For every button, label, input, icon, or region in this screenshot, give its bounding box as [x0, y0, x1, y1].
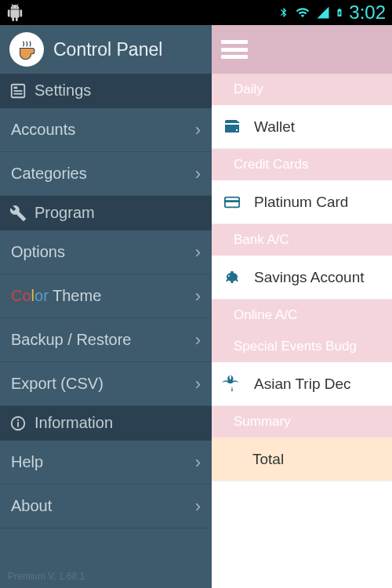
wifi-icon [294, 5, 311, 20]
sidebar-item-label: Accounts [11, 121, 75, 139]
sidebar-item-label: Options [11, 243, 65, 261]
svg-rect-1 [14, 86, 18, 89]
svg-rect-2 [14, 90, 23, 92]
svg-point-6 [17, 419, 19, 420]
sidebar-item-backup-restore[interactable]: Backup / Restore › [0, 318, 212, 362]
android-icon [6, 4, 24, 21]
signal-icon [316, 5, 330, 20]
chevron-right-icon: › [195, 496, 201, 517]
sidebar-item-label: Help [11, 453, 43, 471]
sidebar-section-program: Program [0, 196, 212, 230]
sidebar-section-settings: Settings [0, 74, 212, 108]
sidebar-item-label: Color Theme [11, 287, 101, 305]
content-header [212, 25, 392, 74]
sidebar-item-options[interactable]: Options › [0, 230, 212, 274]
clock-time: 3:02 [349, 2, 386, 24]
sidebar-item-categories[interactable]: Categories › [0, 152, 212, 196]
list-item-label: Platinum Card [254, 194, 348, 211]
sidebar-section-information: Information [0, 406, 212, 441]
summary-total-row[interactable]: Total [212, 437, 392, 481]
hamburger-menu-icon[interactable] [221, 40, 248, 59]
chevron-right-icon: › [195, 374, 201, 394]
sidebar-item-accounts[interactable]: Accounts › [0, 108, 212, 152]
account-item-asian-trip[interactable]: Asian Trip Dec [212, 362, 392, 406]
wallet-icon [220, 114, 245, 140]
bluetooth-icon [278, 5, 289, 20]
list-item-label: Savings Account [254, 269, 364, 286]
chevron-right-icon: › [195, 452, 201, 473]
app-logo [9, 32, 44, 67]
group-header-online-ac: Online A/C [212, 299, 392, 331]
chevron-right-icon: › [195, 120, 201, 140]
palm-tree-icon [220, 372, 245, 397]
list-item-label: Total [252, 451, 284, 468]
list-item-label: Wallet [254, 118, 295, 136]
coffee-cup-icon [13, 36, 40, 63]
sidebar-footer: Premium V. 1.68.1 [0, 564, 212, 588]
sidebar-item-help[interactable]: Help › [0, 441, 212, 485]
group-header-summary: Summary [212, 406, 392, 437]
svg-rect-9 [230, 271, 234, 273]
sidebar-item-color-theme[interactable]: Color Theme › [0, 274, 212, 318]
content: Daily Wallet Credit Cards Platinum Card … [212, 25, 392, 588]
sidebar: Control Panel Settings Accounts › Catego… [0, 25, 212, 588]
section-label: Information [34, 414, 113, 432]
account-item-wallet[interactable]: Wallet [212, 105, 392, 149]
sidebar-item-export-csv[interactable]: Export (CSV) › [0, 362, 212, 406]
tools-icon [9, 205, 27, 222]
svg-rect-8 [225, 200, 239, 202]
battery-charging-icon [335, 5, 344, 20]
sidebar-item-label: Backup / Restore [11, 331, 131, 349]
info-icon [9, 415, 27, 432]
section-label: Settings [34, 82, 91, 100]
group-header-bank-ac: Bank A/C [212, 224, 392, 256]
sidebar-item-about[interactable]: About › [0, 485, 212, 528]
sidebar-item-label: Export (CSV) [11, 375, 103, 393]
chevron-right-icon: › [195, 286, 201, 307]
sidebar-item-label: About [11, 497, 52, 515]
account-item-platinum-card[interactable]: Platinum Card [212, 180, 392, 224]
group-header-special-events: Special Events Budg [212, 331, 392, 362]
list-item-label: Asian Trip Dec [254, 376, 351, 393]
status-bar: 3:02 [0, 0, 392, 25]
group-header-daily: Daily [212, 74, 392, 105]
chevron-right-icon: › [195, 242, 201, 263]
sidebar-title: Control Panel [53, 39, 162, 60]
sidebar-header: Control Panel [0, 25, 212, 74]
settings-panel-icon [9, 82, 27, 100]
chevron-right-icon: › [195, 164, 201, 184]
group-header-credit-cards: Credit Cards [212, 149, 392, 180]
sidebar-item-label: Categories [11, 165, 87, 183]
chevron-right-icon: › [195, 330, 201, 350]
svg-rect-5 [17, 422, 19, 426]
section-label: Program [34, 204, 95, 222]
status-right: 3:02 [278, 2, 386, 24]
account-item-savings[interactable]: Savings Account [212, 256, 392, 299]
piggy-bank-icon [220, 265, 245, 290]
svg-rect-3 [14, 93, 23, 94]
credit-card-icon [220, 190, 245, 215]
status-left [6, 4, 24, 21]
